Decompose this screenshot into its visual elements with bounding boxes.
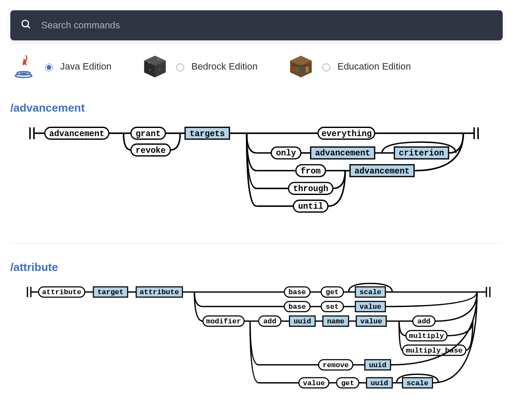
svg-line-1 [27, 26, 30, 28]
node-uuid3: uuid [370, 379, 388, 387]
node-through: through [293, 184, 328, 194]
svg-rect-14 [296, 67, 298, 73]
svg-point-8 [158, 59, 159, 61]
svg-point-0 [22, 20, 28, 27]
node-only: only [276, 149, 296, 158]
node-remove: remove [323, 361, 349, 369]
svg-rect-17 [292, 65, 310, 66]
edition-education-label: Education Edition [337, 61, 411, 72]
svg-point-9 [149, 69, 151, 71]
node-targets: targets [190, 129, 225, 139]
node-value2: value [360, 317, 382, 326]
node-add1: add [263, 317, 276, 326]
edition-selector: Java Edition Bedrock Edition [10, 53, 503, 80]
search-bar[interactable] [10, 10, 503, 40]
command-advancement-title[interactable]: /advancement [10, 101, 503, 115]
node-uuid2: uuid [369, 361, 386, 369]
node-base2: base [288, 303, 306, 311]
node-base1: base [288, 288, 306, 296]
node-value-lit: value [303, 379, 325, 387]
node-attribute-arg: attribute [140, 288, 179, 296]
command-attribute-title[interactable]: /attribute [10, 261, 503, 274]
node-revoke: revoke [136, 146, 166, 155]
node-attribute-root: attribute [42, 288, 81, 296]
node-name: name [327, 317, 345, 326]
node-from-advancement: advancement [355, 167, 410, 176]
command-attribute: /attribute attribute target attribute ba… [10, 261, 503, 402]
attribute-diagram: attribute target attribute base get scal… [10, 282, 503, 402]
node-multiply: multiply [409, 332, 444, 340]
svg-point-3 [15, 74, 32, 77]
node-scale2: scale [407, 379, 428, 387]
node-set: set [326, 303, 339, 311]
edition-java[interactable]: Java Edition [10, 53, 112, 80]
node-criterion: criterion [399, 149, 444, 158]
edition-education[interactable]: Education Edition [288, 53, 411, 80]
advancement-diagram: advancement grant revoke targets everyth… [10, 122, 503, 226]
edition-bedrock-label: Bedrock Edition [191, 61, 258, 72]
edition-bedrock[interactable]: Bedrock Edition [142, 53, 258, 80]
edition-bedrock-radio[interactable] [176, 64, 184, 71]
bedrock-icon [142, 53, 168, 80]
edition-java-radio[interactable] [45, 64, 53, 71]
edition-java-label: Java Edition [60, 61, 112, 72]
node-from: from [301, 167, 321, 176]
node-advancement: advancement [49, 129, 105, 139]
node-modifier: modifier [206, 317, 241, 326]
node-add2: add [417, 317, 431, 326]
education-icon [288, 53, 314, 80]
edition-education-radio[interactable] [322, 64, 330, 71]
node-grant: grant [136, 129, 161, 139]
svg-rect-16 [306, 67, 309, 73]
search-input[interactable] [40, 19, 492, 31]
svg-point-7 [148, 61, 150, 63]
java-icon [10, 53, 37, 80]
node-target: target [97, 288, 124, 296]
node-get2: get [341, 379, 355, 387]
node-only-advancement: advancement [315, 149, 370, 158]
node-scale1: scale [359, 288, 381, 296]
svg-rect-15 [303, 67, 305, 73]
svg-point-10 [159, 68, 161, 70]
svg-rect-13 [293, 67, 295, 73]
search-icon [21, 19, 32, 32]
node-until: until [298, 202, 323, 211]
node-uuid1: uuid [294, 317, 311, 326]
node-value1: value [359, 303, 381, 311]
node-everything: everything [322, 129, 372, 139]
node-get1: get [326, 288, 339, 296]
section-divider [10, 243, 503, 243]
command-advancement: /advancement advancement grant revoke ta… [10, 101, 503, 226]
